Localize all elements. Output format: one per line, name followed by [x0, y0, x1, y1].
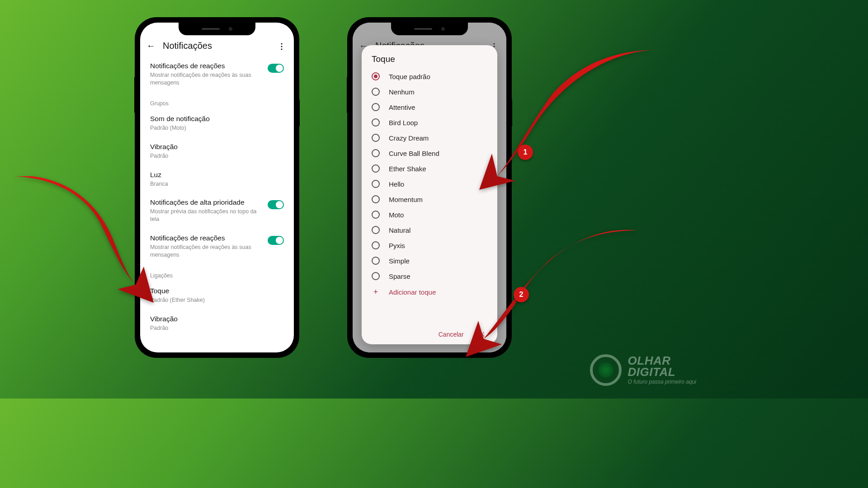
radio-icon	[372, 180, 380, 188]
radio-label: Moto	[389, 211, 404, 219]
radio-icon	[372, 118, 380, 127]
dialog-title: Toque	[362, 54, 497, 69]
watermark-tagline: O futuro passa primeiro aqui	[628, 379, 696, 385]
row-vibracao[interactable]: Vibração Padrão	[150, 137, 284, 165]
radio-option-bird-loop[interactable]: Bird Loop	[372, 115, 487, 130]
step-badge-2: 2	[514, 287, 529, 302]
radio-label: Pyxis	[389, 242, 405, 249]
screen-left: ← Notificações ⋯ Notificações de reações…	[140, 23, 294, 352]
notch	[179, 23, 255, 35]
row-toque[interactable]: Toque Padrão (Ether Shake)	[150, 282, 284, 310]
radio-label: Curve Ball Blend	[389, 150, 439, 157]
radio-icon	[372, 149, 380, 157]
toggle-switch[interactable]	[268, 64, 284, 73]
radio-option-curve-ball[interactable]: Curve Ball Blend	[372, 145, 487, 161]
back-icon[interactable]: ←	[146, 41, 156, 51]
row-title: Som de notificação	[150, 115, 284, 123]
radio-option-ether-shake[interactable]: Ether Shake	[372, 161, 487, 176]
row-subtitle: Padrão	[150, 152, 284, 160]
callout-arrow-left	[0, 176, 154, 312]
row-title: Vibração	[150, 315, 284, 323]
callout-arrow-1	[479, 50, 660, 194]
radio-label: Attentive	[389, 103, 415, 111]
radio-option-crazy-dream[interactable]: Crazy Dream	[372, 130, 487, 145]
row-title: Luz	[150, 171, 284, 179]
settings-list: Notificações de reações Mostrar notifica…	[140, 56, 294, 338]
radio-icon	[372, 241, 380, 249]
radio-icon	[372, 226, 380, 234]
radio-label: Nenhum	[389, 88, 415, 96]
row-subtitle: Mostrar prévia das notificações no topo …	[150, 208, 262, 223]
row-som[interactable]: Som de notificação Padrão (Moto)	[150, 109, 284, 137]
phone-mockup-left: ← Notificações ⋯ Notificações de reações…	[136, 18, 298, 357]
radio-icon	[372, 72, 380, 80]
radio-option-moto[interactable]: Moto	[372, 207, 487, 222]
radio-option-momentum[interactable]: Momentum	[372, 192, 487, 207]
radio-option-hello[interactable]: Hello	[372, 176, 487, 192]
radio-icon	[372, 272, 380, 280]
radio-label: Crazy Dream	[389, 134, 429, 142]
row-subtitle: Padrão	[150, 324, 284, 332]
radio-label: Bird Loop	[389, 119, 418, 127]
radio-icon	[372, 134, 380, 142]
radio-option-attentive[interactable]: Attentive	[372, 99, 487, 115]
radio-icon	[372, 211, 380, 219]
row-vibracao-2[interactable]: Vibração Padrão	[150, 310, 284, 338]
toggle-switch[interactable]	[268, 236, 284, 245]
row-subtitle: Padrão (Ether Shake)	[150, 296, 284, 304]
radio-option-nenhum[interactable]: Nenhum	[372, 84, 487, 99]
page-title: Notificações	[163, 41, 278, 51]
row-subtitle: Mostrar notificações de reações às suas …	[150, 71, 262, 87]
watermark-line2: DIGITAL	[628, 366, 696, 378]
radio-label: Sparse	[389, 272, 410, 280]
radio-icon	[372, 195, 380, 203]
more-icon[interactable]: ⋯	[277, 42, 287, 50]
notch	[391, 23, 468, 35]
row-title: Vibração	[150, 143, 284, 151]
toggle-switch[interactable]	[268, 200, 284, 209]
row-alta-prioridade[interactable]: Notificações de alta prioridade Mostrar …	[150, 193, 284, 229]
radio-icon	[372, 88, 380, 96]
radio-option-toque-padrao[interactable]: Toque padrão	[372, 69, 487, 84]
radio-label: Momentum	[389, 196, 423, 203]
callout-arrow-2	[466, 226, 637, 361]
radio-label: Natural	[389, 226, 410, 234]
row-title: Toque	[150, 287, 284, 295]
radio-label: Hello	[389, 180, 404, 188]
row-reactions-1[interactable]: Notificações de reações Mostrar notifica…	[150, 56, 284, 92]
row-reactions-2[interactable]: Notificações de reações Mostrar notifica…	[150, 229, 284, 264]
radio-icon	[372, 164, 380, 173]
row-subtitle: Mostrar notificações de reações às suas …	[150, 244, 262, 259]
row-title: Notificações de alta prioridade	[150, 198, 262, 206]
step-badge-1: 1	[518, 145, 533, 160]
radio-icon	[372, 257, 380, 265]
radio-label: Toque padrão	[389, 73, 430, 80]
cancel-button[interactable]: Cancelar	[439, 331, 464, 338]
radio-label: Simple	[389, 257, 410, 265]
row-subtitle: Padrão (Moto)	[150, 124, 284, 132]
row-luz[interactable]: Luz Branca	[150, 165, 284, 193]
row-subtitle: Branca	[150, 180, 284, 188]
plus-icon: +	[372, 287, 380, 297]
add-label: Adicionar toque	[389, 288, 436, 296]
radio-label: Ether Shake	[389, 165, 426, 173]
section-header-grupos: Grupos	[150, 92, 284, 109]
section-header-ligacoes: Ligações	[150, 264, 284, 282]
row-title: Notificações de reações	[150, 62, 262, 70]
row-title: Notificações de reações	[150, 234, 262, 242]
radio-icon	[372, 103, 380, 111]
